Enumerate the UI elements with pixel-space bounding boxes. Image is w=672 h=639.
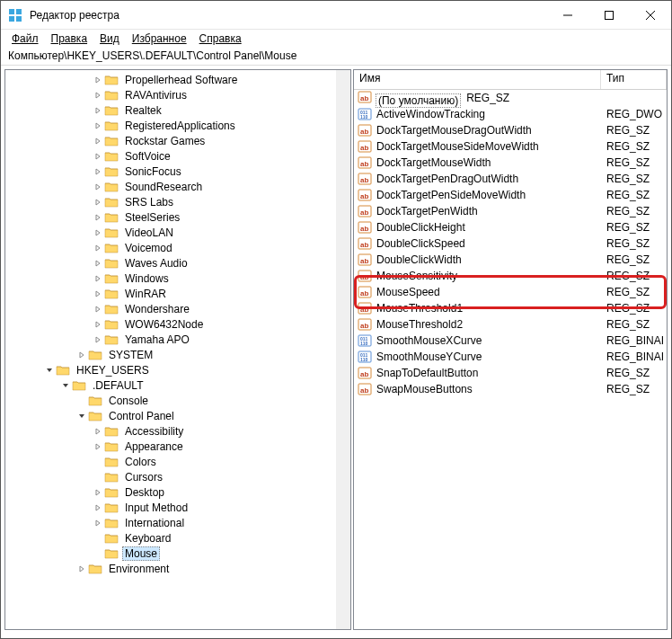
tree-item[interactable]: Console <box>5 393 336 408</box>
minimize-button[interactable] <box>547 1 588 30</box>
tree-item[interactable]: SonicFocus <box>5 164 336 179</box>
titlebar[interactable]: Редактор реестра <box>1 1 671 30</box>
expander-icon[interactable] <box>92 501 104 515</box>
list-row[interactable]: abMouseSensitivityREG_SZ <box>354 268 667 284</box>
expander-icon[interactable] <box>92 119 104 133</box>
menu-edit[interactable]: Правка <box>46 31 93 46</box>
list-row[interactable]: abMouseThreshold2REG_SZ <box>354 316 667 333</box>
expander-icon[interactable] <box>92 180 104 194</box>
tree-item[interactable]: Propellerhead Software <box>5 72 336 87</box>
expander-icon[interactable] <box>92 546 104 561</box>
tree-item[interactable]: SoundResearch <box>5 179 336 194</box>
list-row[interactable]: abSnapToDefaultButtonREG_SZ <box>354 365 667 381</box>
expander-icon[interactable] <box>92 164 104 179</box>
tree-item[interactable]: Yamaha APO <box>5 332 336 347</box>
tree-item[interactable]: Cursors <box>5 469 336 484</box>
menu-view[interactable]: Вид <box>94 31 125 46</box>
list-row[interactable]: 011110SmoothMouseYCurveREG_BINAI <box>354 349 667 365</box>
tree-item[interactable]: Environment <box>5 561 336 576</box>
tree-item[interactable]: International <box>5 515 336 530</box>
expander-icon[interactable] <box>92 256 104 271</box>
close-button[interactable] <box>630 1 671 30</box>
tree-item[interactable]: SYSTEM <box>5 347 336 362</box>
expander-icon[interactable] <box>92 149 104 164</box>
tree-item[interactable]: Appearance <box>5 439 336 454</box>
expander-icon[interactable] <box>43 363 56 377</box>
expander-icon[interactable] <box>92 103 104 118</box>
list-row[interactable]: 011110ActiveWindowTrackingREG_DWO <box>354 106 667 122</box>
tree-item[interactable]: RAVAntivirus <box>5 87 336 102</box>
expander-icon[interactable] <box>92 271 104 286</box>
list-row[interactable]: abDockTargetMouseWidthREG_SZ <box>354 155 667 171</box>
tree-pane[interactable]: Propellerhead SoftwareRAVAntivirusRealte… <box>4 69 351 630</box>
menu-file[interactable]: Файл <box>6 31 44 46</box>
list-row[interactable]: abDockTargetPenSideMoveWidthREG_SZ <box>354 187 667 203</box>
tree-item[interactable]: RegisteredApplications <box>5 118 336 133</box>
list-row[interactable]: 011110SmoothMouseXCurveREG_BINAI <box>354 333 667 349</box>
tree-item[interactable]: Voicemod <box>5 240 336 255</box>
menu-favorites[interactable]: Избранное <box>127 31 192 46</box>
list-row[interactable]: abDockTargetMouseDragOutWidthREG_SZ <box>354 122 667 138</box>
list-row[interactable]: abDoubleClickHeightREG_SZ <box>354 219 667 235</box>
expander-icon[interactable] <box>92 73 104 87</box>
expander-icon[interactable] <box>92 134 104 148</box>
expander-icon[interactable] <box>92 516 104 530</box>
list-row[interactable]: abSwapMouseButtonsREG_SZ <box>354 381 667 397</box>
tree-item[interactable]: Waves Audio <box>5 255 336 271</box>
expander-icon[interactable] <box>75 394 88 408</box>
tree-item[interactable]: Wondershare <box>5 301 336 316</box>
menu-help[interactable]: Справка <box>194 31 247 46</box>
expander-icon[interactable] <box>92 439 104 454</box>
tree-item[interactable]: Colors <box>5 454 336 469</box>
expander-icon[interactable] <box>92 226 104 240</box>
expander-icon[interactable] <box>92 455 104 469</box>
expander-icon[interactable] <box>75 562 88 576</box>
column-type[interactable]: Тип <box>601 70 667 89</box>
tree-scrollbar[interactable] <box>336 70 350 629</box>
column-name[interactable]: Имя <box>354 70 601 89</box>
list-row[interactable]: abDoubleClickWidthREG_SZ <box>354 252 667 268</box>
expander-icon[interactable] <box>92 210 104 225</box>
tree-item[interactable]: SoftVoice <box>5 148 336 164</box>
expander-icon[interactable] <box>92 195 104 209</box>
expander-icon[interactable] <box>92 424 104 439</box>
tree-item[interactable]: Mouse <box>5 546 336 561</box>
tree-item[interactable]: Accessibility <box>5 423 336 439</box>
tree-item[interactable]: SteelSeries <box>5 209 336 225</box>
tree-item[interactable]: HKEY_USERS <box>5 362 336 377</box>
tree-item[interactable]: Desktop <box>5 484 336 500</box>
tree-item[interactable]: WOW6432Node <box>5 316 336 332</box>
list-row[interactable]: abDoubleClickSpeedREG_SZ <box>354 235 667 252</box>
list-pane[interactable]: Имя Тип ab(По умолчанию)REG_SZ011110Acti… <box>353 69 668 630</box>
tree-item[interactable]: Realtek <box>5 102 336 118</box>
expander-icon[interactable] <box>92 241 104 255</box>
tree-item[interactable]: Control Panel <box>5 408 336 423</box>
list-row[interactable]: abMouseSpeedREG_SZ <box>354 284 667 300</box>
list-row[interactable]: abDockTargetPenWidthREG_SZ <box>354 203 667 219</box>
expander-icon[interactable] <box>92 333 104 347</box>
list-row[interactable]: abMouseThreshold1REG_SZ <box>354 300 667 316</box>
expander-icon[interactable] <box>92 470 104 484</box>
tree-item[interactable]: WinRAR <box>5 286 336 301</box>
expander-icon[interactable] <box>59 378 72 393</box>
expander-icon[interactable] <box>92 302 104 316</box>
address-bar[interactable]: Компьютер\HKEY_USERS\.DEFAULT\Control Pa… <box>1 48 671 66</box>
list-row[interactable]: ab(По умолчанию)REG_SZ <box>354 90 667 106</box>
tree-item[interactable]: Keyboard <box>5 530 336 546</box>
expander-icon[interactable] <box>92 485 104 500</box>
tree-item[interactable]: SRS Labs <box>5 194 336 209</box>
tree-item[interactable]: Rockstar Games <box>5 133 336 148</box>
tree-item[interactable]: .DEFAULT <box>5 377 336 393</box>
tree-item[interactable]: Input Method <box>5 500 336 515</box>
tree-item[interactable]: VideoLAN <box>5 225 336 240</box>
maximize-button[interactable] <box>588 1 630 30</box>
expander-icon[interactable] <box>75 409 88 423</box>
expander-icon[interactable] <box>92 287 104 301</box>
tree-item[interactable]: Windows <box>5 271 336 286</box>
expander-icon[interactable] <box>92 317 104 332</box>
list-row[interactable]: abDockTargetMouseSideMoveWidthREG_SZ <box>354 138 667 155</box>
expander-icon[interactable] <box>92 531 104 546</box>
expander-icon[interactable] <box>92 88 104 102</box>
expander-icon[interactable] <box>75 348 88 362</box>
list-row[interactable]: abDockTargetPenDragOutWidthREG_SZ <box>354 171 667 187</box>
